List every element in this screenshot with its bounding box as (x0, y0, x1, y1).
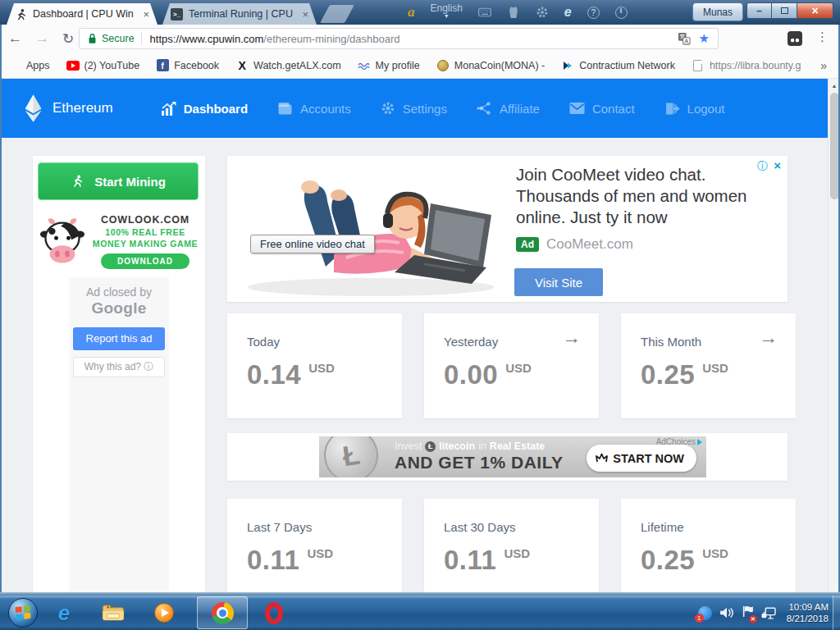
stat-label: Today (247, 335, 280, 349)
visit-site-button[interactable]: Visit Site (514, 268, 603, 296)
advertiser-domain[interactable]: CooMeet.com (546, 236, 633, 253)
start-mining-button[interactable]: Start Mining (38, 162, 199, 200)
reload-button[interactable]: ↻ (62, 30, 74, 48)
speaker-icon[interactable] (719, 607, 734, 619)
show-desktop-button[interactable] (833, 596, 840, 630)
google-ad-slot: Ad closed by Google Report this ad Why t… (69, 277, 169, 592)
start-now-button[interactable]: START NOW (587, 445, 696, 472)
internet-explorer-icon[interactable]: e (564, 5, 572, 20)
new-tab-button[interactable] (320, 5, 354, 23)
clock-date: 8/21/2018 (787, 613, 829, 624)
browser-nav-buttons: ← → ↻ (8, 25, 74, 52)
start-button[interactable] (8, 598, 38, 628)
tab-close-icon[interactable]: × (141, 8, 151, 21)
keyboard-icon[interactable] (478, 6, 491, 19)
brand-label: Ethereum (52, 100, 113, 116)
browser-menu-icon[interactable]: ⋮ (816, 30, 829, 44)
bookmarks-overflow-icon[interactable]: » (820, 59, 827, 72)
bookmark-youtube[interactable]: (2) YouTube (66, 59, 140, 72)
download-button[interactable]: DOWNLOAD (101, 253, 189, 269)
bookmark-label: My profile (376, 60, 420, 71)
bookmark-contractium[interactable]: Contractium Network (561, 59, 675, 72)
browser-tab-terminal[interactable]: >_ Terminal Runing | CPU W × (162, 3, 317, 25)
language-label: English (431, 4, 463, 12)
start-now-label: START NOW (613, 452, 684, 465)
network-icon[interactable] (761, 607, 776, 619)
ethereum-icon (25, 94, 42, 122)
taskbar-internet-explorer[interactable]: e (51, 600, 77, 625)
window-border-bottom (0, 592, 840, 596)
browser-tab-dashboard[interactable]: Dashboard | CPU Win × (7, 3, 158, 25)
stat-currency: USD (702, 361, 728, 375)
extension-icon[interactable] (788, 31, 802, 46)
nav-affiliate[interactable]: Affiliate (477, 101, 540, 116)
bookmark-apps[interactable]: Apps (10, 60, 50, 71)
chart-icon (161, 102, 176, 116)
divider (141, 32, 142, 45)
stat-currency: USD (702, 546, 728, 560)
why-this-ad-button[interactable]: Why this ad? ⓘ (73, 357, 165, 377)
coin-icon (437, 60, 449, 71)
tab-close-icon[interactable]: × (300, 8, 310, 21)
window-titlebar: Dashboard | CPU Win × >_ Terminal Runing… (0, 0, 840, 25)
site-brand[interactable]: Ethereum (25, 94, 113, 122)
ad-badge: Ad (516, 237, 539, 252)
banner-ad-card: Ł Invest Ł litecoin in Real Estate AND G… (227, 433, 788, 481)
taskbar-media-player[interactable] (151, 600, 177, 625)
bookmark-star-icon[interactable]: ★ (699, 31, 710, 46)
url-host: https://www.cpuwin.com (150, 33, 264, 45)
bookmark-my-profile[interactable]: My profile (358, 59, 420, 72)
taskbar-clock[interactable]: 10:09 AM 8/21/2018 (787, 601, 829, 624)
stat-label: This Month (641, 335, 701, 349)
bookmark-libra-bounty[interactable]: https://libra.bounty.g (692, 59, 801, 72)
nav-contact[interactable]: Contact (569, 102, 635, 116)
close-button[interactable]: × (797, 2, 833, 19)
taskbar-explorer[interactable] (100, 600, 126, 625)
report-ad-button[interactable]: Report this ad (73, 327, 165, 350)
maximize-icon (781, 7, 788, 14)
banner-invest: Invest (395, 441, 422, 452)
adchoices-label[interactable]: AdChoices (656, 437, 702, 446)
arrow-right-icon[interactable]: → (562, 326, 581, 349)
window-controls: – × (746, 2, 833, 19)
taskbar-opera[interactable] (261, 600, 287, 625)
minimize-button[interactable]: – (746, 2, 772, 19)
contractium-icon (561, 59, 574, 72)
nav-logout[interactable]: Logout (664, 102, 725, 116)
windows-flag-icon (16, 605, 30, 620)
adchoices-info-icon[interactable]: ⓘ (757, 159, 768, 174)
forward-button[interactable]: → (35, 30, 49, 47)
stat-card-lifetime: Lifetime 0.25USD (621, 499, 796, 592)
arrow-right-icon[interactable]: → (759, 326, 778, 349)
bookmark-monacoin[interactable]: MonaCoin(MONA) - (436, 59, 545, 72)
litecoin-banner[interactable]: Ł Invest Ł litecoin in Real Estate AND G… (319, 436, 706, 477)
clothing-icon[interactable] (507, 6, 520, 19)
ad-close-icon[interactable]: × (774, 158, 781, 172)
taskbar-chrome-active[interactable] (197, 596, 248, 629)
translate-icon[interactable] (678, 32, 691, 45)
stat-card-this-month: This Month → 0.25USD (621, 313, 796, 418)
action-center-icon[interactable]: ✕ (742, 605, 754, 621)
bookmark-facebook[interactable]: f Facebook (156, 59, 219, 72)
user-button[interactable]: Munas (692, 2, 743, 21)
nav-settings[interactable]: Settings (381, 101, 447, 116)
nav-label: Settings (403, 102, 447, 116)
nav-accounts[interactable]: Accounts (277, 102, 351, 116)
help-icon[interactable]: ? (587, 7, 600, 19)
stat-currency: USD (505, 361, 532, 375)
back-button[interactable]: ← (8, 30, 22, 47)
notification-app-icon[interactable]: 1 (698, 606, 712, 620)
cow-ad-domain: COWLOOK.COM (90, 214, 200, 226)
cowlook-ad[interactable]: COWLOOK.COM 100% REAL FREE MONEY MAKING … (39, 207, 200, 276)
ad-photo[interactable]: Free online video chat (227, 156, 502, 302)
nav-dashboard[interactable]: Dashboard (161, 102, 248, 116)
power-icon[interactable] (615, 7, 628, 19)
banner-coin-word: litecoin (439, 441, 475, 452)
gear-icon[interactable] (536, 6, 549, 19)
banner-line2: AND GET 1% DAILY (395, 453, 564, 472)
bookmark-getalx[interactable]: X Watch.getALX.com (235, 59, 341, 72)
sidebar-panel: Start Mining COW (33, 156, 205, 592)
address-bar[interactable]: Secure https://www.cpuwin.com /ethereum-… (79, 28, 719, 49)
language-selector[interactable]: English ▾ (431, 4, 463, 21)
maximize-button[interactable] (772, 2, 797, 19)
